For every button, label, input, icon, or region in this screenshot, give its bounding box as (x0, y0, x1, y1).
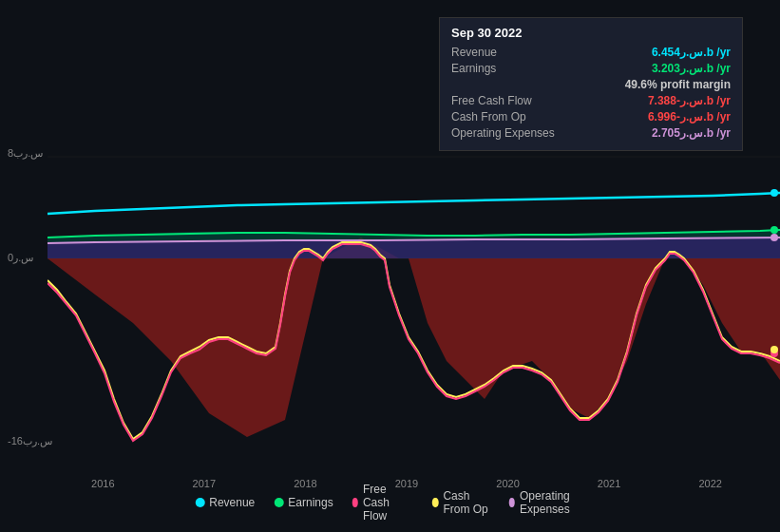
svg-point-8 (770, 226, 778, 234)
earnings-dot (274, 498, 283, 507)
revenue-dot (195, 498, 204, 507)
legend: Revenue Earnings Free Cash Flow Cash Fro… (195, 483, 585, 522)
legend-item-revenue[interactable]: Revenue (195, 496, 255, 509)
fcf-dot (352, 498, 358, 507)
revenue-row: Revenue س.ر6.454.b /yr (451, 46, 731, 59)
legend-item-cash-from-op[interactable]: Cash From Op (432, 489, 490, 516)
profit-margin-value: 49.6% profit margin (625, 78, 731, 91)
fcf-label: Free Cash Flow (451, 94, 565, 107)
legend-label-cash-from-op: Cash From Op (443, 489, 489, 516)
cash-from-op-label: Cash From Op (451, 110, 565, 124)
chart-container: 8س.رب 0س.ر -16س.رب 2016 2017 2018 2019 2… (0, 0, 780, 532)
legend-item-op-expenses[interactable]: Operating Expenses (509, 489, 585, 516)
x-label-2022: 2022 (698, 478, 721, 489)
legend-label-op-expenses: Operating Expenses (520, 489, 585, 516)
legend-label-revenue: Revenue (209, 496, 255, 509)
x-label-2021: 2021 (598, 478, 620, 489)
earnings-row: Earnings س.ر3.203.b /yr (451, 62, 731, 75)
fcf-value: س.ر-7.388.b /yr (648, 94, 731, 107)
cash-from-op-dot (432, 498, 438, 507)
revenue-value: س.ر6.454.b /yr (652, 46, 731, 59)
y-label-bottom: -16س.رب (8, 435, 52, 447)
legend-label-earnings: Earnings (288, 496, 333, 509)
svg-point-11 (770, 346, 778, 353)
earnings-value: س.ر3.203.b /yr (652, 62, 731, 75)
fcf-row: Free Cash Flow س.ر-7.388.b /yr (451, 94, 731, 107)
svg-point-7 (770, 189, 778, 197)
profit-margin-row: 49.6% profit margin (451, 78, 731, 91)
legend-item-earnings[interactable]: Earnings (274, 496, 333, 509)
svg-point-9 (770, 234, 778, 241)
x-label-2016: 2016 (91, 478, 114, 489)
info-box: Sep 30 2022 Revenue س.ر6.454.b /yr Earni… (439, 17, 743, 151)
op-expenses-label: Operating Expenses (451, 126, 565, 140)
revenue-label: Revenue (451, 46, 565, 59)
y-label-zero: 0س.ر (8, 252, 33, 264)
op-expenses-dot (509, 498, 515, 507)
op-expenses-value: س.ر2.705.b /yr (652, 126, 731, 140)
earnings-label: Earnings (451, 62, 565, 75)
legend-label-fcf: Free Cash Flow (363, 483, 413, 522)
cash-from-op-row: Cash From Op س.ر-6.996.b /yr (451, 110, 731, 124)
y-label-top: 8س.رب (8, 147, 43, 160)
op-expenses-row: Operating Expenses س.ر2.705.b /yr (451, 126, 731, 140)
info-box-title: Sep 30 2022 (451, 26, 731, 40)
cash-from-op-value: س.ر-6.996.b /yr (648, 110, 731, 124)
legend-item-fcf[interactable]: Free Cash Flow (352, 483, 413, 522)
